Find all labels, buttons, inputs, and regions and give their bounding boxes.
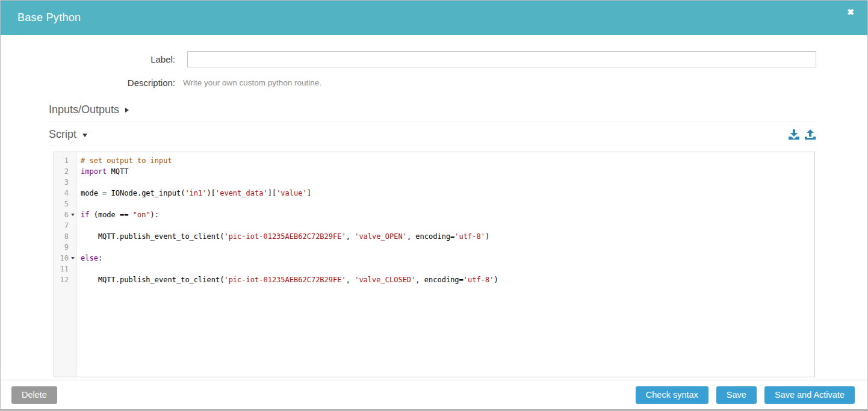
fold-toggle-icon[interactable] <box>71 257 75 259</box>
form-area: Label: Description: Write your own custo… <box>1 35 867 88</box>
line-number: 6 <box>64 211 69 219</box>
code-line[interactable]: # set output to input <box>81 155 814 166</box>
code-line[interactable]: else: <box>81 253 814 264</box>
code-line[interactable]: MQTT.publish_event_to_client('pic-iot-01… <box>81 274 814 285</box>
gutter-line: 6 <box>54 209 76 220</box>
chevron-down-icon <box>82 134 87 137</box>
gutter-line: 3 <box>54 177 76 188</box>
gutter-line: 4 <box>54 188 76 199</box>
code-line[interactable] <box>81 220 814 231</box>
description-row: Description: Write your own custom pytho… <box>1 78 867 88</box>
script-section-header[interactable]: Script <box>49 128 816 146</box>
fold-toggle-icon[interactable] <box>71 214 75 216</box>
script-toolbar <box>789 129 816 140</box>
code-line[interactable] <box>81 264 814 274</box>
code-editor[interactable]: 123456789101112 # set output to inputimp… <box>54 152 815 377</box>
line-number: 12 <box>60 276 69 284</box>
label-input[interactable] <box>187 51 816 67</box>
modal-footer: Delete Check syntax Save Save and Activa… <box>1 380 867 409</box>
label-row: Label: <box>1 51 867 67</box>
code-line[interactable]: import MQTT <box>81 166 814 177</box>
gutter-line: 1 <box>54 155 76 166</box>
description-text: Write your own custom python routine. <box>183 78 321 87</box>
footer-actions: Check syntax Save Save and Activate <box>636 386 855 404</box>
script-label: Script <box>49 128 76 141</box>
gutter-line: 7 <box>54 220 76 231</box>
editor-code[interactable]: # set output to inputimport MQTT mode = … <box>76 152 814 377</box>
editor-gutter: 123456789101112 <box>54 152 76 377</box>
line-number: 2 <box>64 167 69 176</box>
line-number: 4 <box>64 189 69 197</box>
code-line[interactable] <box>81 199 814 209</box>
upload-icon[interactable] <box>805 129 816 140</box>
chevron-right-icon <box>125 108 129 113</box>
download-icon[interactable] <box>789 129 799 140</box>
line-number: 10 <box>60 254 69 262</box>
gutter-line: 8 <box>54 231 76 242</box>
modal-header: Base Python ✖ <box>1 1 867 35</box>
line-number: 11 <box>60 265 69 273</box>
close-icon[interactable]: ✖ <box>847 8 854 16</box>
gutter-line: 12 <box>54 274 76 285</box>
line-number: 7 <box>64 221 69 230</box>
gutter-line: 9 <box>54 242 76 253</box>
description-field-label: Description: <box>1 78 175 88</box>
line-number: 3 <box>64 178 69 187</box>
gutter-line: 2 <box>54 166 76 177</box>
code-line[interactable] <box>81 177 814 188</box>
label-field-label: Label: <box>1 54 175 64</box>
gutter-line: 5 <box>54 199 76 209</box>
check-syntax-button[interactable]: Check syntax <box>636 386 708 404</box>
code-line[interactable]: mode = IONode.get_input('in1')['event_da… <box>81 188 814 199</box>
gutter-line: 11 <box>54 264 76 274</box>
base-python-modal: Base Python ✖ Label: Description: Write … <box>0 0 868 411</box>
code-line[interactable]: MQTT.publish_event_to_client('pic-iot-01… <box>81 231 814 242</box>
gutter-line: 10 <box>54 253 76 264</box>
line-number: 9 <box>64 243 69 252</box>
inputs-outputs-label: Inputs/Outputs <box>49 104 119 116</box>
code-line[interactable] <box>81 242 814 253</box>
line-number: 8 <box>64 232 69 241</box>
code-line[interactable]: if (mode == "on"): <box>81 209 814 220</box>
line-number: 1 <box>64 156 69 165</box>
inputs-outputs-section-header[interactable]: Inputs/Outputs <box>49 104 816 122</box>
modal-title: Base Python <box>17 11 81 24</box>
line-number: 5 <box>64 200 69 208</box>
save-and-activate-button[interactable]: Save and Activate <box>764 386 855 404</box>
delete-button[interactable]: Delete <box>11 386 57 404</box>
save-button[interactable]: Save <box>716 386 757 404</box>
